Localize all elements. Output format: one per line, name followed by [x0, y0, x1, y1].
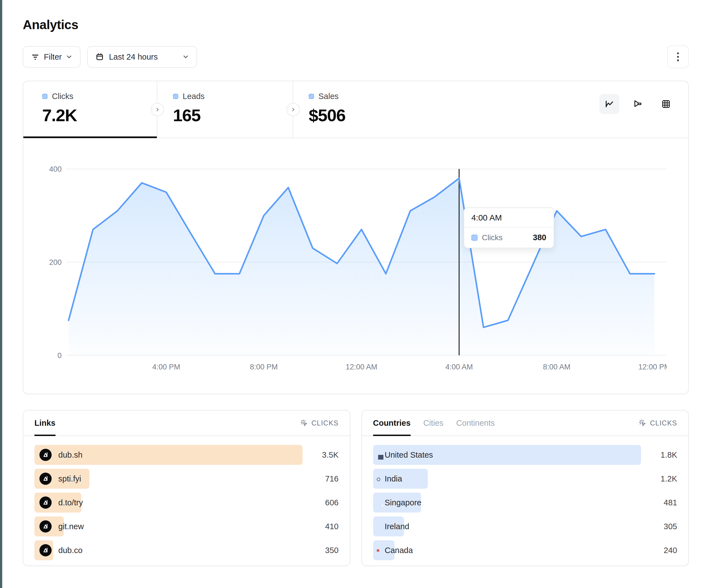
metric-label: CLICKS — [650, 419, 677, 427]
svg-text:8:00 AM: 8:00 AM — [543, 363, 570, 371]
item-label: India — [385, 474, 402, 483]
grid-table-icon — [661, 99, 671, 109]
list-item[interactable]: dub.sh 3.5K — [35, 445, 339, 465]
tab-continents[interactable]: Continents — [456, 410, 495, 435]
links-card-header: Links CLICKS — [23, 410, 350, 436]
metric-label: CLICKS — [311, 419, 339, 427]
clicks-area-chart[interactable]: 02004004:00 PM8:00 PM12:00 AM4:00 AM8:00… — [42, 153, 667, 372]
table-view-button[interactable] — [656, 94, 676, 114]
list-item[interactable]: India 1.2K — [373, 469, 677, 489]
tooltip-legend-swatch — [471, 235, 477, 241]
tab-cities[interactable]: Cities — [423, 410, 444, 435]
cursor-click-icon — [638, 419, 647, 427]
tab-links[interactable]: Links — [35, 410, 56, 435]
more-options-button[interactable] — [667, 45, 689, 68]
left-accent-stripe — [0, 0, 2, 588]
list-item[interactable]: git.new 410 — [35, 516, 339, 537]
item-label: Ireland — [385, 522, 409, 531]
funnel-view-button[interactable] — [628, 94, 648, 114]
calendar-icon — [95, 53, 104, 61]
countries-card-header: CountriesCitiesContinents CLICKS — [362, 410, 689, 436]
svg-text:0: 0 — [58, 352, 62, 360]
stat-label: Sales — [319, 92, 339, 101]
svg-text:12:00 PM: 12:00 PM — [638, 363, 667, 371]
svg-text:200: 200 — [49, 258, 62, 267]
links-list: dub.sh 3.5K spti.fyi 716 d.to/try 606 — [23, 436, 350, 560]
item-label: Singapore — [385, 498, 422, 507]
date-range-label: Last 24 hours — [109, 52, 158, 62]
list-item[interactable]: dub.co 350 — [35, 540, 339, 560]
tooltip-time: 4:00 AM — [464, 208, 554, 227]
item-label: spti.fyi — [58, 474, 81, 483]
stats-row: Clicks 7.2K Leads 165 Sales $506 — [23, 81, 688, 138]
countries-list: United States 1.8K India 1.2K Singapore … — [362, 436, 689, 560]
item-label: d.to/try — [58, 498, 83, 507]
tooltip-value: 380 — [533, 233, 546, 242]
leads-legend-swatch — [173, 94, 178, 99]
date-range-button[interactable]: Last 24 hours — [87, 46, 197, 68]
filter-label: Filter — [44, 52, 62, 62]
item-value: 716 — [325, 469, 339, 489]
chevron-down-icon — [183, 54, 189, 60]
filter-icon — [31, 53, 39, 61]
analytics-chart-card: Clicks 7.2K Leads 165 Sales $506 — [23, 81, 689, 394]
breakdown-cards: Links CLICKS dub.sh 3.5K — [23, 410, 689, 566]
filter-button[interactable]: Filter — [23, 46, 81, 68]
dub-logo-icon — [39, 496, 52, 509]
stat-value: 165 — [173, 106, 293, 125]
item-value: 606 — [325, 493, 339, 513]
item-value: 481 — [664, 493, 677, 513]
stat-value: 7.2K — [42, 106, 157, 125]
funnel-icon — [633, 99, 643, 109]
dub-logo-icon — [39, 449, 52, 461]
line-chart-view-button[interactable] — [599, 94, 619, 114]
item-label: United States — [385, 450, 433, 459]
list-item[interactable]: d.to/try 606 — [35, 493, 339, 513]
svg-text:12:00 AM: 12:00 AM — [346, 363, 377, 371]
item-value: 350 — [325, 540, 339, 560]
toolbar: Filter Last 24 hours — [23, 45, 689, 68]
line-chart-icon — [604, 99, 615, 109]
countries-card: CountriesCitiesContinents CLICKS United … — [362, 410, 689, 566]
item-label: dub.co — [58, 546, 83, 555]
tooltip-series-name: Clicks — [482, 233, 503, 242]
list-item[interactable]: Canada 240 — [373, 540, 677, 560]
dub-logo-icon — [39, 473, 52, 485]
list-item[interactable]: United States 1.8K — [373, 445, 677, 465]
item-value: 1.8K — [661, 445, 677, 465]
stat-label: Clicks — [52, 92, 73, 101]
analytics-page: Analytics Filter Last 24 hours — [23, 0, 689, 566]
stat-tab-clicks[interactable]: Clicks 7.2K — [23, 81, 157, 138]
page-title: Analytics — [23, 17, 689, 32]
chevron-down-icon — [66, 54, 72, 60]
svg-text:4:00 PM: 4:00 PM — [152, 363, 180, 371]
item-value: 240 — [664, 540, 677, 560]
svg-text:4:00 AM: 4:00 AM — [445, 363, 473, 371]
countries-metric-selector[interactable]: CLICKS — [638, 419, 677, 427]
item-value: 3.5K — [322, 445, 339, 465]
links-metric-selector[interactable]: CLICKS — [300, 419, 339, 427]
item-label: git.new — [58, 522, 84, 531]
list-item[interactable]: Ireland 305 — [373, 516, 677, 537]
stat-label: Leads — [183, 92, 204, 101]
dub-logo-icon — [39, 520, 52, 533]
tab-countries[interactable]: Countries — [373, 410, 411, 435]
links-card: Links CLICKS dub.sh 3.5K — [23, 410, 350, 566]
chart-plot: 02004004:00 PM8:00 PM12:00 AM4:00 AM8:00… — [42, 153, 667, 374]
chart-view-toggles — [599, 94, 676, 114]
list-item[interactable]: spti.fyi 716 — [35, 469, 339, 489]
stat-tab-leads[interactable]: Leads 165 — [157, 81, 293, 138]
item-value: 1.2K — [661, 469, 677, 489]
list-item[interactable]: Singapore 481 — [373, 493, 677, 513]
chart-tooltip: 4:00 AM Clicks 380 — [464, 207, 554, 248]
svg-text:400: 400 — [49, 165, 62, 173]
item-value: 305 — [664, 516, 677, 537]
item-label: Canada — [385, 546, 413, 555]
svg-text:8:00 PM: 8:00 PM — [250, 363, 278, 371]
clicks-legend-swatch — [42, 94, 47, 99]
dub-logo-icon — [39, 544, 52, 557]
sales-legend-swatch — [309, 94, 314, 99]
item-value: 410 — [325, 516, 339, 537]
cursor-click-icon — [300, 419, 308, 427]
kebab-icon — [674, 51, 682, 62]
